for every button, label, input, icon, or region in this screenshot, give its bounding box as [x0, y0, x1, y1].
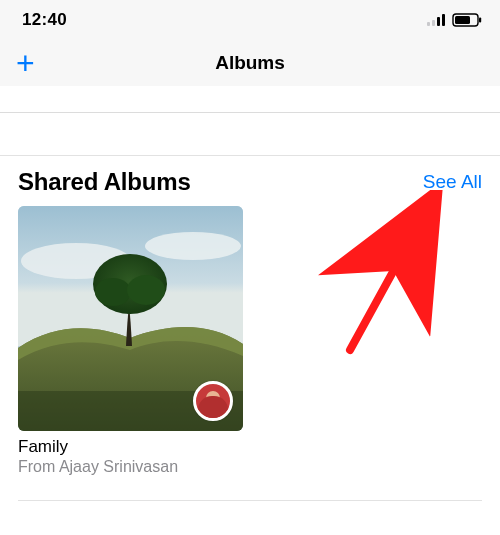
- album-row: Family From Ajaay Srinivasan: [0, 206, 500, 492]
- section-divider-bottom: [18, 500, 482, 501]
- plus-icon: +: [16, 45, 35, 81]
- cell-signal-icon: [427, 14, 446, 26]
- shared-by-avatar: [193, 381, 233, 421]
- album-thumbnail: [18, 206, 243, 431]
- svg-rect-5: [455, 16, 470, 24]
- content: Shared Albums See All: [0, 112, 500, 501]
- svg-rect-0: [427, 22, 430, 26]
- album-card[interactable]: Family From Ajaay Srinivasan: [18, 206, 243, 476]
- svg-rect-2: [437, 17, 440, 26]
- svg-rect-1: [432, 20, 435, 26]
- svg-rect-6: [479, 18, 481, 23]
- album-title: Family: [18, 437, 243, 457]
- status-time: 12:40: [22, 10, 67, 30]
- section-header-shared-albums: Shared Albums See All: [0, 156, 500, 206]
- section-title: Shared Albums: [18, 168, 191, 196]
- page-title: Albums: [0, 52, 500, 74]
- add-button[interactable]: +: [12, 47, 39, 79]
- svg-point-9: [145, 232, 241, 260]
- svg-point-11: [95, 278, 131, 306]
- svg-point-12: [127, 275, 165, 305]
- section-divider-top: [0, 112, 500, 156]
- status-right: [427, 13, 482, 27]
- battery-icon: [452, 13, 482, 27]
- see-all-button[interactable]: See All: [423, 171, 482, 193]
- svg-rect-3: [442, 14, 445, 26]
- nav-header: + Albums: [0, 40, 500, 86]
- status-bar: 12:40: [0, 0, 500, 40]
- album-subtitle: From Ajaay Srinivasan: [18, 458, 243, 476]
